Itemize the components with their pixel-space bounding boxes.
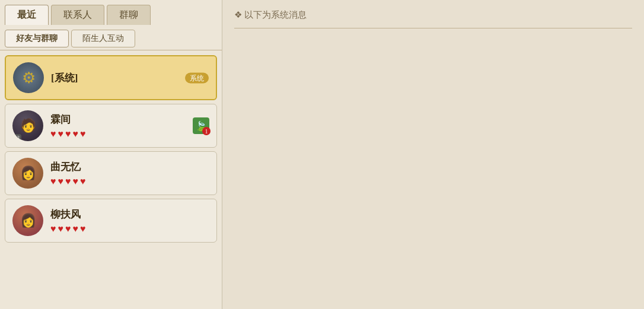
badge-system-label: 系统: [185, 73, 209, 84]
left-panel: 最近 联系人 群聊 好友与群聊 陌生人互动 ⚙ [系统] 系统 🧑 33: [0, 0, 222, 309]
contact-name-linjiian: 霖间: [50, 113, 209, 126]
heart-5: ♥: [80, 176, 86, 187]
avatar-level-linjiian: 33: [12, 134, 21, 141]
heart-4: ♥: [73, 129, 79, 139]
heart-2: ♥: [58, 176, 64, 187]
avatar-quwuyi: 👩: [12, 158, 43, 189]
contact-item-liufufeng[interactable]: 👩 柳扶风 ♥ ♥ ♥ ♥ ♥: [5, 199, 217, 243]
heart-2: ♥: [58, 224, 64, 234]
heart-4: ♥: [73, 176, 79, 187]
contact-item-quwuyi[interactable]: 👩 曲无忆 ♥ ♥ ♥ ♥ ♥: [5, 151, 217, 195]
subtab-strangers[interactable]: 陌生人互动: [71, 30, 135, 47]
subtab-friends-groups[interactable]: 好友与群聊: [5, 30, 69, 47]
contact-info-linjiian: 霖间 ♥ ♥ ♥ ♥ ♥: [50, 113, 209, 139]
tab-contacts[interactable]: 联系人: [51, 5, 104, 25]
heart-4: ♥: [73, 224, 79, 234]
notification-count-linjiian: 1: [202, 127, 211, 135]
heart-1: ♥: [50, 224, 56, 234]
badge-linjiian: 🍃 1: [193, 117, 209, 134]
avatar-linjiian: 🧑 33: [12, 110, 43, 141]
heart-1: ♥: [50, 129, 56, 139]
sub-tabs: 好友与群聊 陌生人互动: [0, 25, 222, 50]
tab-group-chat[interactable]: 群聊: [107, 5, 151, 25]
portrait-icon-liufufeng: 👩: [20, 213, 36, 228]
right-panel: ❖ 以下为系统消息: [222, 0, 644, 309]
contact-item-system[interactable]: ⚙ [系统] 系统: [5, 55, 217, 100]
heart-3: ♥: [65, 224, 71, 234]
portrait-icon-quwuyi: 👩: [20, 165, 36, 181]
portrait-icon-linjiian: 🧑: [20, 118, 36, 133]
system-header: ❖ 以下为系统消息: [234, 9, 632, 21]
avatar-system: ⚙: [13, 62, 44, 93]
hearts-linjiian: ♥ ♥ ♥ ♥ ♥: [50, 129, 209, 139]
hearts-quwuyi: ♥ ♥ ♥ ♥ ♥: [50, 176, 209, 187]
divider: [234, 28, 632, 28]
top-tabs: 最近 联系人 群聊: [0, 0, 222, 25]
avatar-liufufeng: 👩: [12, 205, 43, 236]
contact-name-liufufeng: 柳扶风: [50, 208, 209, 221]
heart-2: ♥: [58, 129, 64, 139]
hearts-liufufeng: ♥ ♥ ♥ ♥ ♥: [50, 224, 209, 234]
contact-item-linjiian[interactable]: 🧑 33 霖间 ♥ ♥ ♥ ♥ ♥ 🍃 1: [5, 104, 217, 148]
system-message-text: ❖ 以下为系统消息: [234, 9, 307, 21]
heart-5: ♥: [80, 129, 86, 139]
contact-info-quwuyi: 曲无忆 ♥ ♥ ♥ ♥ ♥: [50, 160, 209, 187]
notification-badge-linjiian: 🍃 1: [193, 117, 209, 134]
contact-list: ⚙ [系统] 系统 🧑 33 霖间 ♥ ♥ ♥ ♥ ♥: [0, 50, 222, 309]
badge-system: 系统: [185, 72, 209, 84]
tab-recent[interactable]: 最近: [5, 5, 49, 25]
contact-info-liufufeng: 柳扶风 ♥ ♥ ♥ ♥ ♥: [50, 208, 209, 234]
heart-3: ♥: [65, 176, 71, 187]
gear-icon: ⚙: [22, 69, 36, 87]
heart-3: ♥: [65, 129, 71, 139]
contact-name-quwuyi: 曲无忆: [50, 160, 209, 174]
heart-1: ♥: [50, 176, 56, 187]
heart-5: ♥: [80, 224, 86, 234]
